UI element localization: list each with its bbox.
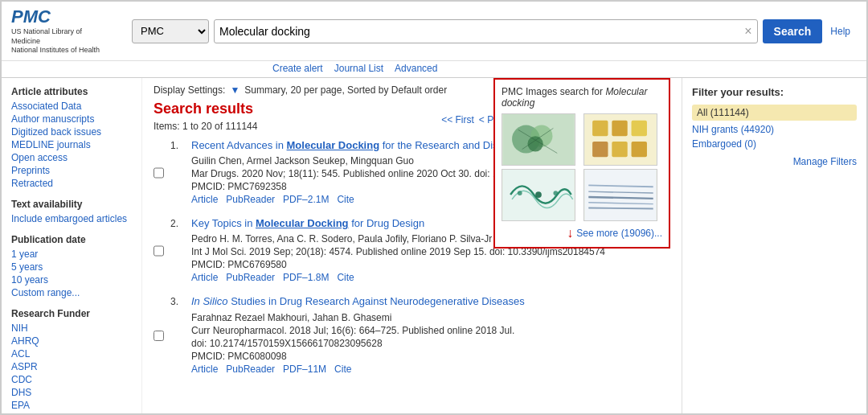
clear-search-button[interactable]: × xyxy=(739,24,756,39)
sidebar-pub-1year[interactable]: 1 year xyxy=(11,249,132,260)
search-button[interactable]: Search xyxy=(763,19,823,43)
article-link-cite-3[interactable]: Cite xyxy=(334,364,351,375)
article-checkbox-3[interactable] xyxy=(154,297,164,374)
bold-keyword-1: Molecular Docking xyxy=(287,139,380,151)
images-grid xyxy=(502,113,662,221)
search-bar: PMC PubMed Nucleotide Protein × Search xyxy=(132,19,822,43)
text-availability-title: Text availability xyxy=(11,199,132,210)
display-settings-dropdown[interactable]: ▼ xyxy=(230,84,240,96)
sidebar-publication-date: Publication date 1 year 5 years 10 years… xyxy=(11,234,132,298)
see-more-link[interactable]: See more (19096)... xyxy=(576,228,662,239)
sidebar-retracted[interactable]: Retracted xyxy=(11,178,132,189)
article-num-2: 2. xyxy=(170,218,185,283)
article-link-cite-2[interactable]: Cite xyxy=(337,272,354,283)
svg-rect-8 xyxy=(612,121,627,136)
database-select[interactable]: PMC PubMed Nucleotide Protein xyxy=(132,19,209,43)
pagination-first[interactable]: << First xyxy=(441,114,474,125)
article-link-pdf-2[interactable]: PDF–1.8M xyxy=(283,272,329,283)
image-thumb-3[interactable] xyxy=(502,169,575,221)
display-settings-label: Display Settings: xyxy=(154,84,225,96)
article-link-article-1[interactable]: Article xyxy=(191,194,218,205)
article-links-2: Article PubReader PDF–1.8M Cite xyxy=(191,272,670,283)
article-num-3: 3. xyxy=(170,296,185,374)
sidebar-research-funder: Research Funder NIH AHRQ ACL ASPR CDC DH… xyxy=(11,308,132,415)
arrow-down-icon: ↓ xyxy=(567,226,573,240)
article-title-3[interactable]: In Silico Studies in Drug Research Again… xyxy=(191,294,670,309)
image-thumb-1[interactable] xyxy=(502,113,575,166)
sidebar-nih[interactable]: NIH xyxy=(11,323,132,334)
article-link-article-2[interactable]: Article xyxy=(191,272,218,283)
svg-rect-17 xyxy=(584,170,656,220)
pmc-subtitle: US National Library of Medicine National… xyxy=(11,27,100,55)
bold-keyword-2: Molecular Docking xyxy=(256,217,349,229)
search-input-wrap: × xyxy=(214,19,758,43)
article-link-cite-1[interactable]: Cite xyxy=(337,194,354,205)
publication-date-title: Publication date xyxy=(11,234,132,245)
svg-rect-9 xyxy=(632,121,647,136)
svg-rect-7 xyxy=(592,121,608,136)
filter-nih-grants[interactable]: NIH grants (44920) xyxy=(692,124,857,135)
article-num-1: 1. xyxy=(170,140,185,205)
items-count: Items: 1 to 20 of 111144 xyxy=(154,121,257,132)
display-settings-value: Summary, 20 per page, Sorted by Default … xyxy=(244,84,447,96)
sidebar-ahrq[interactable]: AHRQ xyxy=(11,335,132,347)
filter-embargoed[interactable]: Embargoed (0) xyxy=(692,138,857,150)
sidebar-author-manuscripts[interactable]: Author manuscripts xyxy=(11,113,132,125)
sidebar-pub-custom[interactable]: Custom range... xyxy=(11,287,132,298)
article-link-pubreader-3[interactable]: PubReader xyxy=(226,364,275,375)
article-link-article-3[interactable]: Article xyxy=(191,364,218,375)
filter-title: Filter your results: xyxy=(692,86,857,98)
article-pmcid-2: PMCID: PMC6769580 xyxy=(191,259,670,270)
create-alert-link[interactable]: Create alert xyxy=(272,63,323,74)
sidebar-epa[interactable]: EPA xyxy=(11,400,132,411)
research-funder-title: Research Funder xyxy=(11,308,132,319)
search-input[interactable] xyxy=(215,22,739,41)
sidebar-associated-data[interactable]: Associated Data xyxy=(11,101,132,112)
manage-filters: Manage Filters xyxy=(692,156,857,167)
filter-all[interactable]: All (111144) xyxy=(692,105,857,121)
list-item: 3. In Silico Studies in Drug Research Ag… xyxy=(154,294,670,374)
sidebar-cdc[interactable]: CDC xyxy=(11,374,132,385)
filter-panel: Filter your results: All (111144) NIH gr… xyxy=(682,78,866,415)
sidebar-dhs[interactable]: DHS xyxy=(11,387,132,398)
journal-list-link[interactable]: Journal List xyxy=(334,63,383,74)
image-thumb-2[interactable] xyxy=(583,113,657,166)
svg-point-14 xyxy=(535,191,542,198)
sidebar-open-access[interactable]: Open access xyxy=(11,152,132,163)
image-thumb-4[interactable] xyxy=(583,169,657,221)
sidebar: Article attributes Associated Data Autho… xyxy=(2,78,142,415)
article-link-pubreader-2[interactable]: PubReader xyxy=(226,272,275,283)
sidebar-digitized-back-issues[interactable]: Digitized back issues xyxy=(11,126,132,138)
sidebar-include-embargoed[interactable]: Include embargoed articles xyxy=(11,213,132,224)
svg-rect-10 xyxy=(592,142,608,157)
article-link-pdf-1[interactable]: PDF–2.1M xyxy=(283,194,329,205)
sidebar-preprints[interactable]: Preprints xyxy=(11,165,132,176)
article-checkbox-2[interactable] xyxy=(154,219,164,283)
pmc-images-box: PMC Images search for Molecular docking xyxy=(493,78,670,249)
svg-rect-12 xyxy=(632,142,647,157)
see-more: ↓ See more (19096)... xyxy=(502,226,662,240)
header-links: Create alert Journal List Advanced xyxy=(160,63,437,74)
sidebar-acl[interactable]: ACL xyxy=(11,348,132,360)
article-journal-3: Curr Neuropharmacol. 2018 Jul; 16(6): 66… xyxy=(191,325,670,336)
article-body-3: In Silico Studies in Drug Research Again… xyxy=(191,294,670,374)
article-link-pdf-3[interactable]: PDF–11M xyxy=(283,364,326,375)
sidebar-text-availability: Text availability Include embargoed arti… xyxy=(11,199,132,224)
article-link-pubreader-1[interactable]: PubReader xyxy=(226,194,275,205)
manage-filters-link[interactable]: Manage Filters xyxy=(793,156,857,167)
sidebar-pub-5years[interactable]: 5 years xyxy=(11,261,132,273)
sidebar-article-attributes: Article attributes Associated Data Autho… xyxy=(11,86,132,189)
advanced-link[interactable]: Advanced xyxy=(395,63,437,74)
pmc-images-title: PMC Images search for Molecular docking xyxy=(502,86,662,109)
svg-point-15 xyxy=(518,191,522,195)
sidebar-aspr[interactable]: ASPR xyxy=(11,361,132,372)
sidebar-pub-10years[interactable]: 10 years xyxy=(11,274,132,286)
sidebar-medline-journals[interactable]: MEDLINE journals xyxy=(11,139,132,150)
svg-rect-11 xyxy=(612,142,627,157)
article-checkbox-1[interactable] xyxy=(154,141,164,205)
article-links-3: Article PubReader PDF–11M Cite xyxy=(191,364,670,375)
article-pmcid-3: PMCID: PMC6080098 xyxy=(191,351,670,362)
pmc-logo: PMC US National Library of Medicine Nati… xyxy=(11,6,116,55)
help-link[interactable]: Help xyxy=(830,26,857,37)
pmc-logo-text: PMC xyxy=(11,6,51,27)
